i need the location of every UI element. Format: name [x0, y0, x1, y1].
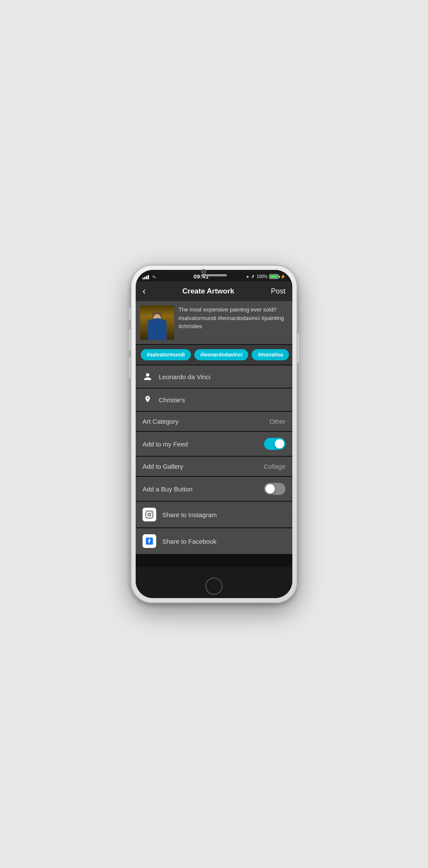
facebook-label: Share to Facebook [162, 538, 217, 545]
hashtag-row: #salvatormundi #leonardodavinci #monalis… [136, 345, 292, 365]
artwork-preview: The most expensive painting ever sold!! … [136, 301, 292, 344]
phone-shell: ∿ 09:41 ➤ ✗ 100% ⚡ ‹ Create Artwork Post [131, 265, 297, 603]
svg-point-1 [148, 513, 151, 516]
location-svg [144, 395, 152, 404]
back-button[interactable]: ‹ [143, 286, 146, 297]
location-icon: ➤ [246, 275, 250, 279]
signal-bar-4 [148, 275, 149, 279]
instagram-row[interactable]: Share to Instagram [136, 502, 292, 527]
post-button[interactable]: Post [271, 287, 285, 296]
location-row[interactable]: Christie's [136, 389, 292, 411]
signal-bar-1 [143, 278, 144, 279]
art-category-label: Art Category [143, 418, 263, 425]
person-icon [143, 371, 153, 382]
artist-row[interactable]: Leonardo da Vinci [136, 365, 292, 388]
instagram-label: Share to Instagram [162, 511, 217, 518]
buy-button-label: Add a Buy Button [143, 485, 258, 493]
gallery-label: Add to Gallery [143, 463, 258, 470]
battery-indicator [269, 274, 279, 279]
bluetooth-icon: ✗ [251, 274, 255, 279]
instagram-svg [145, 510, 154, 519]
signal-bars [143, 274, 149, 279]
buy-button-row[interactable]: Add a Buy Button [136, 477, 292, 501]
status-time: 09:41 [193, 273, 209, 280]
facebook-row[interactable]: Share to Facebook [136, 528, 292, 554]
hashtag-leonardodavinci[interactable]: #leonardodavinci [194, 349, 249, 360]
svg-rect-0 [146, 511, 153, 518]
buy-toggle[interactable] [264, 483, 285, 495]
status-left: ∿ [143, 274, 156, 280]
mute-button [129, 308, 131, 320]
person-svg [143, 372, 152, 381]
status-right: ➤ ✗ 100% ⚡ [246, 274, 285, 279]
feed-toggle-knob [275, 439, 284, 449]
gallery-row[interactable]: Add to Gallery Collage [136, 457, 292, 476]
buy-toggle-knob [265, 484, 275, 494]
hashtag-monalisa[interactable]: #monalisa [252, 349, 289, 360]
painting-robe [148, 318, 166, 340]
power-button [297, 333, 299, 363]
home-area [136, 574, 292, 598]
battery-percent: 100% [256, 274, 268, 279]
location-icon-container [143, 395, 153, 405]
screen: ∿ 09:41 ➤ ✗ 100% ⚡ ‹ Create Artwork Post [136, 270, 292, 598]
feed-toggle[interactable] [264, 438, 285, 450]
facebook-svg [145, 537, 154, 545]
front-camera [201, 269, 206, 274]
status-bar: ∿ 09:41 ➤ ✗ 100% ⚡ [136, 270, 292, 281]
page-title: Create Artwork [182, 287, 234, 296]
art-category-value: Other [269, 418, 285, 425]
home-button[interactable] [205, 578, 223, 595]
art-category-row[interactable]: Art Category Other [136, 412, 292, 431]
feed-label: Add to my Feed [143, 440, 258, 448]
wifi-icon: ∿ [152, 274, 156, 280]
artist-label: Leonardo da Vinci [159, 373, 285, 380]
svg-point-2 [151, 512, 152, 513]
gallery-value: Collage [264, 463, 285, 470]
bottom-bar [136, 554, 292, 567]
signal-bar-2 [144, 277, 146, 279]
battery-fill [270, 275, 278, 278]
nav-bar: ‹ Create Artwork Post [136, 281, 292, 301]
facebook-icon-box [143, 534, 156, 548]
feed-row[interactable]: Add to my Feed [136, 432, 292, 456]
volume-down-button [129, 357, 131, 378]
location-label: Christie's [159, 396, 285, 404]
artwork-thumbnail [140, 305, 174, 340]
battery-icon [269, 274, 279, 279]
hashtag-salvatormundi[interactable]: #salvatormundi [141, 349, 191, 360]
main-content: The most expensive painting ever sold!! … [136, 301, 292, 574]
instagram-icon-box [143, 508, 156, 521]
signal-bar-3 [146, 276, 147, 279]
volume-up-button [129, 329, 131, 350]
artwork-description: The most expensive painting ever sold!! … [178, 305, 288, 331]
charging-icon: ⚡ [280, 274, 285, 279]
painting-background [140, 305, 174, 340]
